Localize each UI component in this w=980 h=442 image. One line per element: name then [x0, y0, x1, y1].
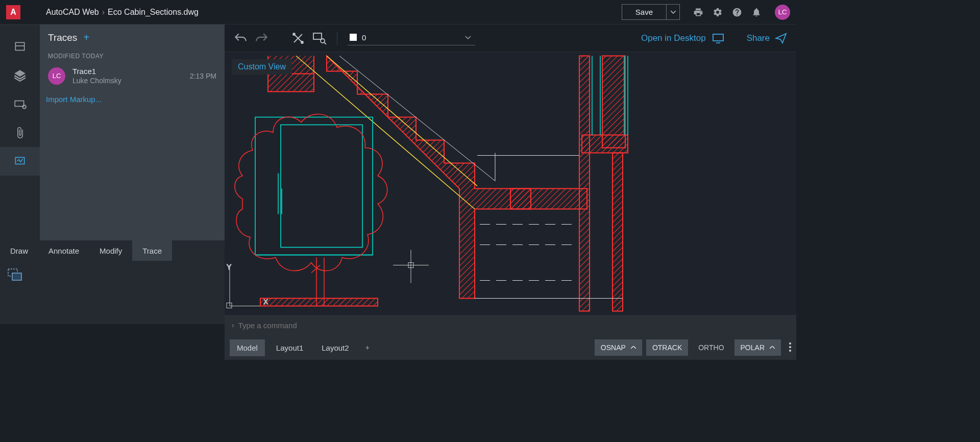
drawing-canvas: Y X — [225, 52, 796, 315]
tab-modify[interactable]: Modify — [89, 240, 132, 261]
save-button[interactable]: Save — [622, 4, 667, 20]
svg-rect-2 — [15, 101, 23, 107]
chevron-up-icon — [631, 346, 636, 349]
rail-xrefs-icon[interactable] — [0, 118, 40, 147]
panel-title: Traces — [48, 32, 77, 43]
layout-tab-model[interactable]: Model — [230, 339, 265, 356]
left-rail — [0, 24, 40, 240]
svg-rect-6 — [12, 273, 21, 280]
trace-item[interactable]: LC Trace1 Luke Cholmsky 2:13 PM — [40, 63, 225, 89]
svg-point-10 — [301, 41, 303, 43]
layer-select[interactable]: 0 — [348, 31, 475, 45]
kebab-icon[interactable] — [789, 342, 791, 353]
command-bar: › — [225, 315, 796, 335]
tool-content — [0, 261, 225, 324]
layer-name: 0 — [362, 33, 460, 42]
status-bar: Model Layout1 Layout2 + OSNAP OTRACK ORT… — [225, 335, 796, 360]
svg-rect-27 — [602, 56, 625, 148]
rail-blocks-icon[interactable] — [0, 90, 40, 118]
print-icon[interactable] — [693, 7, 703, 17]
svg-rect-28 — [582, 135, 628, 153]
svg-rect-25 — [510, 189, 531, 209]
svg-rect-0 — [15, 42, 24, 50]
view-badge[interactable]: Custom View — [232, 59, 292, 75]
canvas-area[interactable]: Custom View Y X — [225, 52, 796, 315]
zoom-window-icon[interactable] — [312, 32, 327, 44]
svg-point-49 — [789, 350, 791, 352]
share-link[interactable]: Share — [747, 33, 787, 44]
svg-point-3 — [22, 105, 26, 109]
svg-point-47 — [789, 342, 791, 345]
add-trace-button[interactable]: + — [83, 32, 89, 43]
zoom-extents-icon[interactable] — [292, 32, 304, 44]
tab-trace[interactable]: Trace — [132, 240, 172, 261]
import-markup-link[interactable]: Import Markup... — [40, 89, 225, 110]
svg-rect-26 — [579, 56, 590, 311]
app-logo: A — [6, 5, 20, 19]
traces-panel: Traces + MODIFIED TODAY LC Trace1 Luke C… — [40, 24, 225, 240]
rail-traces-icon[interactable] — [0, 147, 40, 176]
osnap-toggle[interactable]: OSNAP — [595, 339, 642, 356]
layout-tab-layout2[interactable]: Layout2 — [314, 339, 356, 356]
trace-name: Trace1 — [72, 67, 183, 76]
app-header: A AutoCAD Web › Eco Cabin_Sections.dwg S… — [0, 0, 796, 24]
undo-icon[interactable] — [234, 33, 247, 44]
otrack-toggle[interactable]: OTRACK — [646, 339, 688, 356]
svg-rect-35 — [255, 117, 373, 255]
tab-draw[interactable]: Draw — [0, 240, 38, 261]
breadcrumb-file[interactable]: Eco Cabin_Sections.dwg — [108, 8, 199, 17]
layer-swatch — [350, 34, 357, 41]
add-layout-button[interactable]: + — [365, 343, 370, 352]
chevron-right-icon: › — [232, 321, 234, 329]
tab-annotate[interactable]: Annotate — [38, 240, 89, 261]
svg-rect-14 — [713, 34, 723, 41]
ortho-toggle[interactable]: ORTHO — [692, 339, 730, 356]
trace-tool-icon[interactable] — [7, 268, 217, 284]
trace-time: 2:13 PM — [190, 72, 216, 80]
svg-line-13 — [324, 42, 326, 44]
svg-rect-21 — [227, 303, 232, 308]
command-input[interactable] — [238, 321, 789, 330]
svg-rect-29 — [612, 153, 623, 311]
svg-point-9 — [293, 33, 295, 35]
section-label: MODIFIED TODAY — [40, 47, 225, 63]
chevron-up-icon — [770, 346, 775, 349]
breadcrumb-app[interactable]: AutoCAD Web — [46, 8, 99, 17]
save-dropdown[interactable] — [667, 4, 680, 20]
rail-layers-icon[interactable] — [0, 61, 40, 90]
trace-avatar: LC — [48, 67, 65, 85]
chevron-right-icon: › — [102, 8, 105, 17]
desktop-icon — [712, 33, 724, 43]
polar-toggle[interactable]: POLAR — [734, 339, 781, 356]
canvas-toolbar: 0 Open in Desktop Share — [225, 24, 796, 52]
svg-point-12 — [321, 39, 325, 43]
rail-properties-icon[interactable] — [0, 33, 40, 61]
svg-rect-36 — [281, 125, 362, 248]
svg-rect-11 — [313, 33, 322, 39]
gear-icon[interactable] — [713, 7, 723, 17]
layout-tab-layout1[interactable]: Layout1 — [269, 339, 310, 356]
chevron-down-icon — [465, 33, 471, 41]
bell-icon[interactable] — [751, 7, 762, 17]
svg-text:Y: Y — [227, 263, 232, 271]
open-in-desktop-link[interactable]: Open in Desktop — [641, 33, 724, 43]
help-icon[interactable] — [732, 7, 742, 17]
svg-point-48 — [789, 346, 791, 348]
svg-rect-30 — [260, 299, 378, 306]
breadcrumb: AutoCAD Web › Eco Cabin_Sections.dwg — [46, 8, 199, 17]
redo-icon[interactable] — [255, 33, 268, 44]
avatar[interactable]: LC — [775, 5, 790, 20]
send-icon — [775, 33, 787, 44]
tool-tabs: Draw Annotate Modify Trace — [0, 240, 225, 261]
trace-author: Luke Cholmsky — [72, 77, 183, 85]
